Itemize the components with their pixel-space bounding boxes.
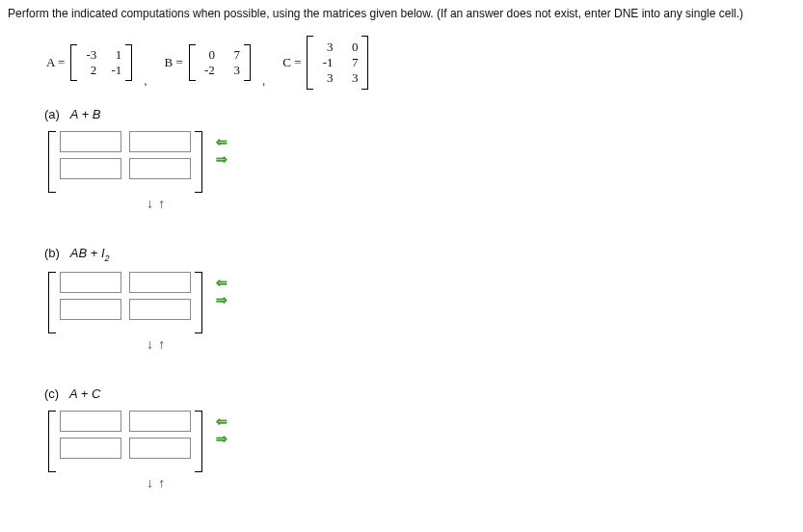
remove-row-icon[interactable]: ↑ bbox=[158, 475, 165, 491]
answer-cell-b-1-1[interactable] bbox=[129, 299, 191, 320]
answer-grid-b: ⇐ ⇒ bbox=[48, 270, 795, 333]
part-a-label: (a) A + B bbox=[44, 107, 795, 121]
bracket-right bbox=[195, 411, 202, 472]
add-row-icon[interactable]: ↓ bbox=[147, 336, 153, 352]
matrix-C: C = 3 0 -1 7 3 3 bbox=[282, 36, 368, 90]
remove-col-icon[interactable]: ⇐ bbox=[216, 414, 228, 428]
add-col-icon[interactable]: ⇒ bbox=[216, 152, 228, 166]
answer-cell-c-0-0[interactable] bbox=[60, 411, 121, 432]
add-col-icon[interactable]: ⇒ bbox=[216, 293, 228, 306]
matrix-B-cell: 7 bbox=[225, 47, 240, 63]
part-a-tag: (a) bbox=[44, 107, 60, 121]
given-matrices: A = -3 1 2 -1 , B = 0 7 -2 3 bbox=[46, 36, 795, 90]
matrix-B-cell: 3 bbox=[225, 63, 240, 78]
answer-grid-c: ⇐ ⇒ bbox=[48, 409, 795, 472]
separator: , bbox=[144, 74, 147, 90]
answer-cell-c-1-1[interactable] bbox=[129, 438, 191, 459]
answer-cell-b-0-1[interactable] bbox=[129, 272, 191, 293]
answer-cell-a-1-1[interactable] bbox=[129, 158, 191, 179]
answer-cell-a-1-0[interactable] bbox=[60, 158, 121, 179]
part-b-subscript: 2 bbox=[105, 253, 110, 262]
answer-cell-a-0-0[interactable] bbox=[60, 131, 121, 152]
add-row-icon[interactable]: ↓ bbox=[147, 475, 153, 491]
add-col-icon[interactable]: ⇒ bbox=[216, 432, 228, 445]
matrix-A-cell: 2 bbox=[81, 63, 96, 78]
part-b: (b) AB + I2 ⇐ ⇒ ↓ ↑ bbox=[44, 246, 795, 353]
matrix-A-cell: -1 bbox=[106, 63, 121, 78]
matrix-B: B = 0 7 -2 3 bbox=[165, 44, 251, 81]
part-c-expr: A + C bbox=[69, 386, 100, 401]
bracket-left bbox=[48, 411, 56, 472]
remove-col-icon[interactable]: ⇐ bbox=[216, 276, 228, 289]
answer-cell-b-0-0[interactable] bbox=[60, 272, 121, 293]
answer-grid-a: ⇐ ⇒ bbox=[48, 129, 795, 193]
bracket-left bbox=[48, 272, 56, 333]
matrix-B-cell: -2 bbox=[200, 63, 215, 78]
matrix-C-cell: -1 bbox=[317, 55, 333, 70]
matrix-B-label: B = bbox=[165, 55, 183, 70]
matrix-C-cell: 3 bbox=[317, 70, 333, 86]
matrix-A-cell: -3 bbox=[81, 47, 96, 63]
remove-row-icon[interactable]: ↑ bbox=[158, 336, 165, 352]
answer-cell-c-0-1[interactable] bbox=[129, 411, 191, 432]
matrix-A-cell: 1 bbox=[106, 47, 121, 63]
instructions: Perform the indicated computations when … bbox=[8, 6, 795, 22]
bracket-right bbox=[195, 131, 202, 193]
answer-cell-c-1-0[interactable] bbox=[60, 438, 121, 459]
part-b-expr: AB + I bbox=[70, 246, 105, 260]
part-c-tag: (c) bbox=[44, 386, 59, 401]
matrix-C-cell: 3 bbox=[342, 70, 358, 86]
matrix-C-label: C = bbox=[282, 55, 301, 70]
bracket-right bbox=[195, 272, 202, 333]
matrix-C-cell: 7 bbox=[342, 55, 358, 70]
matrix-A-label: A = bbox=[46, 55, 65, 70]
separator: , bbox=[262, 74, 265, 90]
matrix-A: A = -3 1 2 -1 bbox=[46, 44, 132, 81]
remove-col-icon[interactable]: ⇐ bbox=[216, 135, 228, 148]
part-c-label: (c) A + C bbox=[44, 386, 795, 401]
bracket-left bbox=[48, 131, 56, 193]
matrix-C-cell: 0 bbox=[342, 40, 358, 55]
part-c: (c) A + C ⇐ ⇒ ↓ ↑ bbox=[44, 386, 795, 491]
part-b-label: (b) AB + I2 bbox=[44, 246, 795, 263]
add-row-icon[interactable]: ↓ bbox=[147, 196, 153, 211]
remove-row-icon[interactable]: ↑ bbox=[158, 196, 165, 211]
part-b-tag: (b) bbox=[44, 246, 60, 260]
part-a: (a) A + B ⇐ ⇒ ↓ ↑ bbox=[44, 107, 795, 211]
answer-cell-b-1-0[interactable] bbox=[60, 299, 121, 320]
matrix-C-cell: 3 bbox=[317, 40, 333, 55]
matrix-B-cell: 0 bbox=[200, 47, 215, 63]
answer-cell-a-0-1[interactable] bbox=[129, 131, 191, 152]
part-a-expr: A + B bbox=[70, 107, 101, 121]
